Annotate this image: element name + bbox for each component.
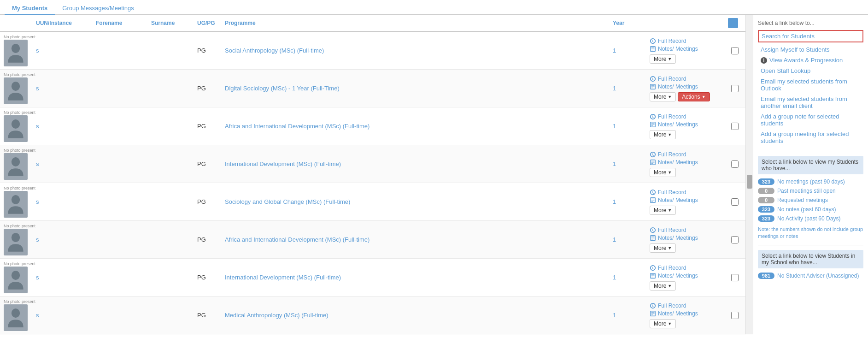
row-checkbox-cell: [728, 274, 742, 281]
row-checkbox[interactable]: [731, 198, 739, 206]
full-record-link[interactable]: Full Record: [650, 38, 728, 44]
programme-link[interactable]: Digital Sociology (MSc) - 1 Year (Full-T…: [225, 85, 340, 92]
more-button[interactable]: More ▼: [650, 54, 676, 64]
select-all-button[interactable]: [728, 18, 738, 28]
full-record-link[interactable]: Full Record: [650, 265, 728, 271]
action-buttons: Full Record Notes/ Meetings More ▼: [650, 113, 728, 139]
row-checkbox[interactable]: [731, 47, 739, 54]
year-cell: 1: [613, 160, 650, 167]
student-link[interactable]: s: [36, 47, 39, 54]
sidebar-link-search-students[interactable]: Search for Students: [758, 30, 863, 42]
row-checkbox[interactable]: [731, 123, 739, 130]
student-link[interactable]: s: [36, 85, 39, 92]
actions-button[interactable]: Actions ▼: [678, 92, 710, 101]
student-link[interactable]: s: [36, 274, 39, 281]
stat-badge: 323: [758, 215, 774, 222]
stat-row[interactable]: 0 Past meetings still open: [758, 186, 863, 196]
row-checkbox[interactable]: [731, 236, 739, 243]
stat-badge: 0: [758, 197, 774, 203]
more-button[interactable]: More ▼: [650, 92, 676, 101]
school-stat-label[interactable]: No Student Adviser (Unassigned): [777, 273, 859, 279]
stat-row[interactable]: 323 No meetings (past 90 days): [758, 177, 863, 186]
notes-meetings-link[interactable]: Notes/ Meetings: [650, 121, 728, 128]
avatar: [4, 115, 28, 142]
avatar: [4, 304, 28, 331]
stat-label[interactable]: No Activity (past 60 Days): [777, 215, 840, 222]
student-link[interactable]: s: [36, 123, 39, 130]
student-link[interactable]: s: [36, 198, 39, 205]
row-checkbox[interactable]: [731, 160, 739, 168]
notes-meetings-link[interactable]: Notes/ Meetings: [650, 310, 728, 317]
stat-label[interactable]: Requested meetings: [777, 197, 828, 203]
programme-cell: International Development (MSc) (Full-ti…: [225, 274, 613, 281]
tab-group-messages[interactable]: Group Messages/Meetings: [55, 2, 141, 14]
full-record-link[interactable]: Full Record: [650, 113, 728, 120]
sidebar-link-open-staff[interactable]: Open Staff Lookup: [758, 65, 863, 76]
full-record-link[interactable]: Full Record: [650, 303, 728, 309]
stat-badge: 0: [758, 188, 774, 194]
svg-point-35: [12, 308, 20, 318]
row-checkbox[interactable]: [731, 274, 739, 281]
sidebar-link-add-group-note[interactable]: Add a group note for selected students: [758, 111, 863, 129]
programme-link[interactable]: Africa and International Development (MS…: [225, 123, 369, 130]
row-checkbox-cell: [728, 198, 742, 206]
stat-label[interactable]: No meetings (past 90 days): [777, 178, 845, 185]
ugpg-cell: PG: [197, 274, 225, 281]
more-button[interactable]: More ▼: [650, 130, 676, 139]
svg-point-10: [12, 119, 20, 129]
full-record-link[interactable]: Full Record: [650, 189, 728, 196]
sidebar-link-add-group-meeting[interactable]: Add a group meeting for selected student…: [758, 129, 863, 146]
student-link[interactable]: s: [36, 236, 39, 243]
stat-label[interactable]: No notes (past 60 days): [777, 206, 836, 213]
notes-meetings-link[interactable]: Notes/ Meetings: [650, 235, 728, 241]
notes-meetings-link[interactable]: Notes/ Meetings: [650, 273, 728, 279]
row-checkbox[interactable]: [731, 312, 739, 319]
programme-link[interactable]: Social Anthropology (MSc) (Full-time): [225, 47, 324, 54]
more-button[interactable]: More ▼: [650, 206, 676, 215]
stat-row[interactable]: 323 No notes (past 60 days): [758, 205, 863, 214]
full-record-link[interactable]: Full Record: [650, 151, 728, 158]
stat-row[interactable]: 0 Requested meetings: [758, 196, 863, 205]
more-button[interactable]: More ▼: [650, 243, 676, 253]
table-row: No photo present s PG Digital Sociology …: [0, 70, 745, 107]
table-row: No photo present s PG Africa and Interna…: [0, 221, 745, 259]
programme-link[interactable]: Medical Anthropology (MSc) (Full-time): [225, 312, 328, 319]
avatar: [4, 40, 28, 66]
student-link[interactable]: s: [36, 312, 39, 319]
more-button[interactable]: More ▼: [650, 168, 676, 177]
sidebar-link-view-awards[interactable]: i View Awards & Progression: [758, 55, 863, 65]
more-button[interactable]: More ▼: [650, 281, 676, 291]
svg-point-5: [12, 82, 20, 91]
action-buttons: Full Record Notes/ Meetings More ▼: [650, 151, 728, 177]
full-record-link[interactable]: Full Record: [650, 227, 728, 233]
notes-meetings-link[interactable]: Notes/ Meetings: [650, 83, 728, 90]
more-button[interactable]: More ▼: [650, 319, 676, 328]
avatar: [4, 153, 28, 180]
table-row: No photo present s PG Sociology and Glob…: [0, 183, 745, 221]
student-link[interactable]: s: [36, 160, 39, 167]
tab-my-students[interactable]: My Students: [5, 2, 55, 15]
stat-row[interactable]: 323 No Activity (past 60 Days): [758, 214, 863, 223]
year-cell: 1: [613, 274, 650, 281]
programme-link[interactable]: Africa and International Development (MS…: [225, 236, 369, 243]
notes-meetings-link[interactable]: Notes/ Meetings: [650, 46, 728, 52]
avatar-cell: No photo present: [4, 186, 36, 218]
table-row: No photo present s PG International Deve…: [0, 145, 745, 183]
notes-meetings-link[interactable]: Notes/ Meetings: [650, 197, 728, 203]
notes-meetings-link[interactable]: Notes/ Meetings: [650, 159, 728, 166]
row-checkbox-cell: [728, 47, 742, 54]
programme-link[interactable]: Sociology and Global Change (MSc) (Full-…: [225, 198, 350, 205]
avatar-cell: No photo present: [4, 261, 36, 293]
uun-cell: s: [36, 160, 96, 167]
col-uun: UUN/Instance: [36, 20, 96, 26]
programme-link[interactable]: International Development (MSc) (Full-ti…: [225, 160, 341, 167]
sidebar-link-assign-myself[interactable]: Assign Myself to Students: [758, 44, 863, 55]
avatar: [4, 267, 28, 293]
sidebar-link-email-other[interactable]: Email my selected students from another …: [758, 94, 863, 111]
sidebar-link-email-outlook[interactable]: Email my selected students from Outlook: [758, 76, 863, 94]
stat-label[interactable]: Past meetings still open: [777, 188, 836, 194]
school-stat-row[interactable]: 981 No Student Adviser (Unassigned): [758, 271, 863, 280]
row-checkbox[interactable]: [731, 85, 739, 92]
programme-link[interactable]: International Development (MSc) (Full-ti…: [225, 274, 341, 281]
full-record-link[interactable]: Full Record: [650, 76, 728, 82]
